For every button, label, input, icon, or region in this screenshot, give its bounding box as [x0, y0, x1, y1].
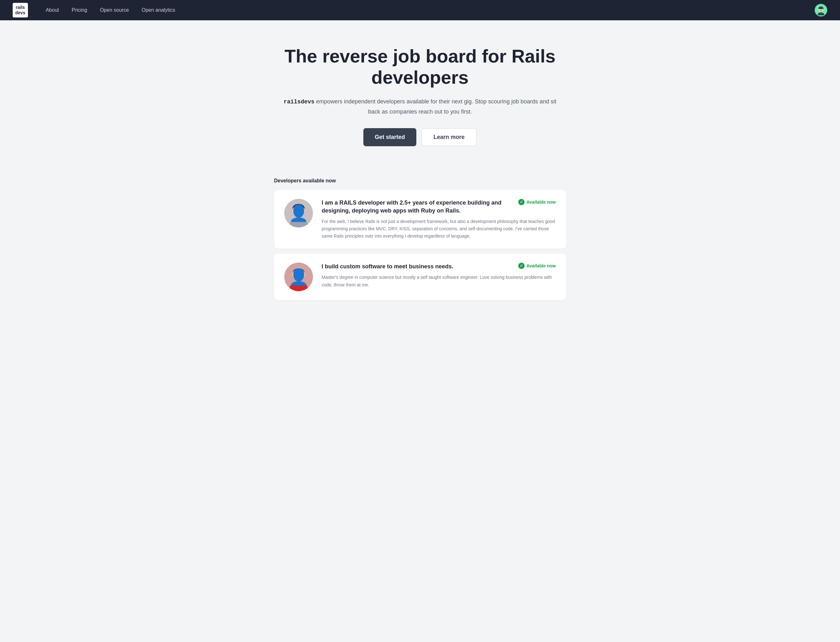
logo[interactable]: rails devs	[13, 3, 28, 18]
developer-content-1: I am a RAILS developer with 2.5+ years o…	[322, 199, 556, 240]
available-badge-2: ✓ Available now	[518, 263, 556, 269]
nav-links: About Pricing Open source Open analytics	[41, 5, 815, 16]
svg-point-6	[292, 204, 305, 217]
svg-rect-14	[299, 273, 302, 275]
available-label-2: Available now	[526, 263, 556, 268]
available-label-1: Available now	[526, 199, 556, 204]
available-badge-1: ✓ Available now	[518, 199, 556, 205]
learn-more-button[interactable]: Learn more	[421, 128, 477, 146]
nav-link-pricing[interactable]: Pricing	[67, 5, 93, 16]
nav-link-open-analytics[interactable]: Open analytics	[136, 5, 180, 16]
svg-point-8	[300, 209, 301, 211]
nav-link-about[interactable]: About	[41, 5, 64, 16]
hero-subtitle: railsdevs empowers independent developer…	[284, 97, 557, 117]
developer-content-2: I build custom software to meet business…	[322, 263, 556, 289]
developer-desc-2: Master's degree in computer science but …	[322, 274, 556, 289]
available-icon-1: ✓	[518, 199, 525, 205]
svg-point-2	[820, 8, 821, 9]
developer-card-2[interactable]: I build custom software to meet business…	[274, 254, 566, 300]
navigation: rails devs About Pricing Open source Ope…	[0, 0, 840, 20]
developer-title-1: I am a RAILS developer with 2.5+ years o…	[322, 199, 518, 215]
developer-card[interactable]: I am a RAILS developer with 2.5+ years o…	[274, 190, 566, 249]
hero-subtitle-text: empowers independent developers availabl…	[315, 98, 556, 115]
get-started-button[interactable]: Get started	[363, 128, 416, 146]
developers-section: Developers available now	[262, 178, 579, 300]
user-avatar[interactable]	[815, 4, 827, 16]
section-title: Developers available now	[274, 178, 566, 184]
svg-point-5	[290, 218, 307, 227]
svg-point-17	[300, 273, 301, 275]
svg-point-11	[290, 282, 307, 291]
logo-text: rails devs	[13, 3, 28, 18]
brand-name: railsdevs	[284, 99, 315, 105]
hero-section: The reverse job board for Rails develope…	[277, 20, 563, 165]
svg-point-9	[298, 211, 299, 212]
developer-avatar-2	[284, 263, 313, 291]
developer-title-2: I build custom software to meet business…	[322, 263, 518, 271]
hero-cta-group: Get started Learn more	[284, 128, 557, 146]
svg-point-7	[296, 209, 297, 211]
developer-header-1: I am a RAILS developer with 2.5+ years o…	[322, 199, 556, 215]
svg-rect-13	[295, 273, 298, 275]
svg-point-3	[822, 8, 822, 9]
svg-point-16	[296, 273, 297, 275]
developer-desc-1: For the web, I believe Rails is not just…	[322, 218, 556, 240]
developer-avatar-1	[284, 199, 313, 227]
nav-link-open-source[interactable]: Open source	[95, 5, 134, 16]
hero-title: The reverse job board for Rails develope…	[284, 46, 557, 88]
available-icon-2: ✓	[518, 263, 525, 269]
svg-point-12	[292, 268, 305, 280]
developer-header-2: I build custom software to meet business…	[322, 263, 556, 271]
